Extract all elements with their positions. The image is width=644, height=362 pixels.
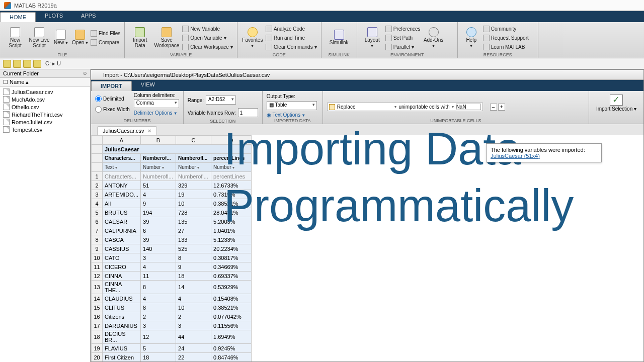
tooltip-variable-link[interactable]: JuliusCaesar (51x4) — [491, 153, 540, 159]
new-button[interactable]: New ▾ — [52, 23, 69, 52]
col-header-d[interactable]: D — [211, 136, 252, 145]
var-name-2[interactable]: Numberofl... — [176, 154, 211, 163]
import-tab-import[interactable]: IMPORT — [91, 81, 132, 91]
simulink-button[interactable]: Simulink — [326, 23, 353, 52]
table-row[interactable]: 20First Citizen18220.84746% — [92, 353, 252, 362]
table-row[interactable]: 14CLAUDIUS440.15408% — [92, 294, 252, 303]
text-options-link[interactable]: ◉ Text Options — [267, 112, 305, 118]
table-row[interactable]: 11CICERO490.34669% — [92, 262, 252, 272]
pane-dropdown-icon[interactable]: ⊙ — [83, 71, 87, 76]
import-tab-view[interactable]: VIEW — [132, 80, 164, 91]
nav-back-icon[interactable] — [3, 60, 11, 68]
table-row[interactable]: 9CASSIUS14052520.2234% — [92, 244, 252, 253]
new-live-script-button[interactable]: New Live Script — [28, 23, 50, 52]
file-icon — [3, 96, 10, 103]
var-type-3[interactable]: Number — [211, 163, 252, 172]
import-window-title: Import - C:\Users\eeigerma\Desktop\Plays… — [103, 72, 270, 78]
open-button[interactable]: Open ▾ — [71, 23, 89, 52]
var-type-0[interactable]: Text — [103, 163, 141, 172]
addons-button[interactable]: Add-Ons▾ — [423, 23, 445, 52]
table-row[interactable]: 19FLAVIUS5240.9245% — [92, 344, 252, 353]
layout-button[interactable]: Layout▾ — [361, 23, 383, 52]
nav-up-icon[interactable] — [33, 60, 41, 68]
parallel-button[interactable]: Parallel ▾ — [385, 42, 421, 51]
analyze-code-icon — [266, 26, 272, 32]
import-selection-button[interactable]: Import Selection ▾ — [593, 93, 639, 112]
file-row[interactable]: RichardTheThird.csv — [0, 111, 90, 118]
table-row[interactable]: 17DARDANIUS330.11556% — [92, 321, 252, 330]
tab-plots[interactable]: PLOTS — [36, 11, 72, 22]
table-row[interactable]: 16Citizens220.077042% — [92, 312, 252, 321]
new-script-icon — [10, 27, 20, 37]
col-header-a[interactable]: A — [103, 136, 141, 145]
favorites-button[interactable]: Favorites▾ — [242, 23, 264, 52]
table-row[interactable]: 10CATO380.30817% — [92, 253, 252, 262]
range-input[interactable]: A2:D52 — [206, 96, 236, 105]
rule-remove-button[interactable]: – — [490, 104, 497, 111]
new-script-button[interactable]: New Script — [4, 23, 26, 52]
delimited-radio[interactable]: Delimited — [95, 96, 130, 102]
nan-input[interactable] — [456, 104, 481, 110]
rule-add-button[interactable]: + — [498, 104, 505, 111]
var-name-1[interactable]: Numberof... — [141, 154, 176, 163]
nav-folder-icon[interactable] — [23, 60, 31, 68]
table-row[interactable]: 3ARTEMIDO...4190.7319% — [92, 190, 252, 199]
replace-rule-row[interactable]: Replace ▾ unimportable cells with ▾ — [327, 103, 483, 111]
community-button[interactable]: Community — [483, 24, 529, 33]
file-tab-active[interactable]: JuliusCaesar.csv✕ — [97, 126, 157, 135]
open-variable-button[interactable]: Open Variable ▾ — [182, 33, 233, 42]
var-name-3[interactable]: percentLines — [211, 154, 252, 163]
table-row[interactable]: 6CAESAR391355.2003% — [92, 217, 252, 226]
import-data-button[interactable]: Import Data — [129, 23, 151, 52]
table-row[interactable]: 7CALPURNIA6271.0401% — [92, 226, 252, 235]
table-row[interactable]: 12CINNA11180.69337% — [92, 272, 252, 281]
group-label-file: FILE — [4, 52, 120, 58]
file-row[interactable]: JuliusCaesar.csv — [0, 88, 90, 96]
output-type-select[interactable]: ▦ Table — [267, 101, 317, 110]
file-row[interactable]: MuchAdo.csv — [0, 96, 90, 103]
find-files-button[interactable]: Find Files — [91, 29, 120, 38]
var-type-2[interactable]: Number — [176, 163, 211, 172]
nav-fwd-icon[interactable] — [13, 60, 21, 68]
col-header-c[interactable]: C — [176, 136, 211, 145]
run-time-icon — [266, 35, 272, 41]
file-icon — [3, 119, 10, 125]
request-support-button[interactable]: Request Support — [483, 33, 529, 42]
file-row[interactable]: RomeoJuliet.csv — [0, 118, 90, 126]
table-row[interactable]: 15CLITUS8100.38521% — [92, 303, 252, 312]
path-text[interactable]: C: ▸ U — [45, 60, 61, 67]
matlab-logo-icon — [4, 2, 11, 9]
compare-button[interactable]: Compare — [91, 38, 120, 47]
preferences-button[interactable]: Preferences — [385, 24, 421, 33]
file-row[interactable]: Tempest.csv — [0, 126, 90, 133]
help-button[interactable]: Help▾ — [462, 23, 481, 52]
delim-options-link[interactable]: Delimiter Options — [134, 110, 178, 116]
table-row[interactable]: 2ANTONY5132912.6733% — [92, 181, 252, 190]
table-row[interactable]: 4All9100.38521% — [92, 199, 252, 208]
tab-home[interactable]: HOME — [0, 12, 36, 22]
file-row[interactable]: Othello.csv — [0, 103, 90, 111]
close-tab-icon[interactable]: ✕ — [147, 128, 151, 134]
var-name-0[interactable]: Characters... — [103, 154, 141, 163]
folder-column-header[interactable]: ☐ Name ▴ — [0, 78, 90, 87]
run-and-time-button[interactable]: Run and Time — [266, 33, 317, 42]
col-header-b[interactable]: B — [141, 136, 176, 145]
new-variable-button[interactable]: New Variable — [182, 24, 233, 33]
table-row[interactable]: 13CINNA THE...8140.53929% — [92, 281, 252, 294]
clear-commands-button[interactable]: Clear Commands ▾ — [266, 42, 317, 51]
save-workspace-button[interactable]: Save Workspace — [153, 23, 180, 52]
clear-workspace-button[interactable]: Clear Workspace ▾ — [182, 42, 233, 51]
col-delim-select[interactable]: Comma — [134, 99, 179, 108]
learn-matlab-button[interactable]: Learn MATLAB — [483, 42, 529, 51]
var-type-1[interactable]: Number — [141, 163, 176, 172]
table-row[interactable]: 18DECIUS BR...12441.6949% — [92, 330, 252, 344]
tab-apps[interactable]: APPS — [72, 11, 105, 22]
varrow-input[interactable] — [238, 108, 258, 117]
file-icon — [3, 111, 10, 118]
table-row[interactable]: 8CASCA391335.1233% — [92, 235, 252, 244]
fixed-width-radio[interactable]: Fixed Width — [95, 106, 130, 113]
set-path-button[interactable]: Set Path — [385, 33, 421, 42]
import-spreadsheet[interactable]: ABCD JuliusCaesar Characters...Numberof.… — [91, 135, 252, 361]
analyze-code-button[interactable]: Analyze Code — [266, 24, 317, 33]
table-row[interactable]: 5BRUTUS19472828.0431% — [92, 208, 252, 217]
